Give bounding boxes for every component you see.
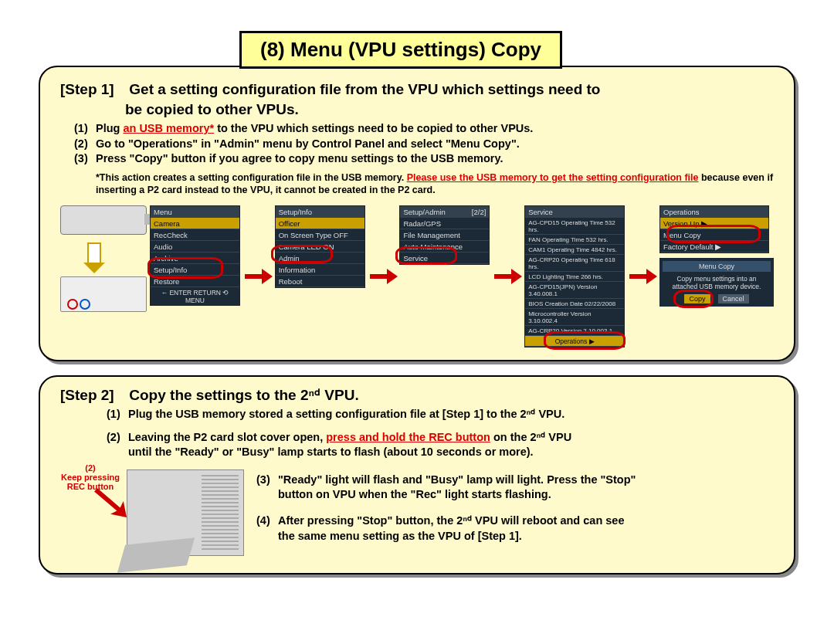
arrow-right-icon [629,269,655,284]
list-num: (3) [256,473,278,503]
menu-item: File Management [400,229,489,241]
menu-item: AG-CPD15(JPN) Version 3.40.008.1 [525,282,624,299]
menu-item: RecCheck [151,229,239,241]
svg-marker-0 [94,488,127,517]
usb-warning: an USB memory* [123,122,214,134]
list-num: (2) [107,430,128,460]
menu-item: LCD Lighting Time 266 hrs. [525,272,624,282]
text: Plug [96,122,123,134]
text: Leaving the P2 card slot cover open, [128,431,326,443]
page-title: (8) Menu (VPU settings) Copy [239,31,562,69]
dialog-title: Menu Copy [663,261,771,272]
highlight-ring [544,331,626,350]
text: Plug the USB memory stored a setting con… [128,407,564,422]
menu-item: CAM1 Operating Time 4842 hrs. [525,245,624,255]
screen-footer: ← ENTER RETURN ⟲ MENU [151,287,239,306]
menu-item: Camera [151,218,239,229]
callout-num: (2) [60,463,120,473]
note-warning: Please use the USB memory to get the set… [407,172,699,183]
menu-item: Radar/GPS [400,218,489,229]
arrow-right-icon [494,269,520,284]
menu-screen-1: Menu Camera RecCheck Audio Archive Setup… [150,205,240,306]
highlight-ring [673,290,714,308]
menu-screen-2: Setup/Info Officer On Screen Type OFF Ca… [275,205,365,288]
vpu-open-image [127,469,244,556]
menu-item: Officer [276,218,364,229]
step1-heading-b: be copied to other VPUs. [125,101,299,117]
rec-warning: press and hold the REC button [326,431,490,443]
screen-title: Setup/Info [279,208,312,216]
screen-title: Service [528,208,553,216]
menu-item: Reboot [276,276,364,287]
screen-title: Menu [154,208,172,216]
step2-label: [Step 2] [60,387,125,404]
list-num: (1) [107,407,128,422]
down-arrow-icon [83,242,105,273]
text: *This action creates a setting configura… [96,172,407,183]
text: "Ready" light will flash and "Busy" lamp… [278,473,636,486]
text: the same menu setting as the VPU of [Ste… [278,530,522,542]
list-num: (2) [74,137,96,152]
text: After pressing "Stop" button, the 2ⁿᵈ VP… [278,514,624,527]
menu-item: Information [276,264,364,276]
text: on the 2ⁿᵈ VPU [490,431,571,443]
highlight-ring [147,257,223,279]
menu-screen-5: Operations Version Up ▶ Menu Copy Factor… [659,205,769,253]
menu-screenshots-row: Menu Camera RecCheck Audio Archive Setup… [60,205,774,347]
list-num: (4) [256,514,278,544]
menu-item: Microcontroller Version 3.10.002.4 [525,309,624,326]
step1-note: *This action creates a setting configura… [96,171,774,197]
list-num: (1) [74,121,96,137]
arrow-right-icon [245,269,270,284]
vpu-device-image [60,276,147,312]
text: button on VPU when the "Rec" light start… [278,488,551,500]
menu-item: AG-CRP20 Operating Time 618 hrs. [525,255,624,272]
text: Go to "Operations" in "Admin" menu by Co… [96,137,520,152]
cancel-button[interactable]: Cancel [718,294,749,303]
usb-stick-image [60,205,147,235]
dialog-msg: Copy menu settings into an [663,275,771,283]
menu-item: FAN Operating Time 532 hrs. [525,235,624,245]
arrow-right-icon [370,269,395,284]
text: until the "Ready" or "Busy" lamp starts … [128,446,534,458]
step1-panel: [Step 1] Get a setting configuration fil… [39,66,795,361]
arrow-diag-icon [94,485,127,517]
text: Press "Copy" button if you agree to copy… [96,151,503,167]
menu-screen-3: Setup/Admin[2/2] Radar/GPS File Manageme… [399,205,490,265]
page-indicator: [2/2] [472,208,486,216]
screen-title: Operations [663,208,699,216]
rec-button-callout: (2) Keep pressing REC button [60,463,120,562]
menu-screen-4: Service AG-CPD15 Operating Time 532 hrs.… [524,205,625,347]
step1-list: (1) Plug an USB memory* to the VPU which… [74,121,774,167]
menu-item: On Screen Type OFF [276,229,364,241]
step2-panel: [Step 2] Copy the settings to the 2ⁿᵈ VP… [39,375,795,575]
menu-item: AG-CPD15 Operating Time 532 hrs. [525,218,624,235]
step1-heading-a: Get a setting configuration file from th… [129,81,600,97]
menu-copy-dialog: Menu Copy Copy menu settings into an att… [659,258,774,306]
step2-heading: Copy the settings to the 2ⁿᵈ VPU. [129,387,358,403]
highlight-ring [271,245,333,263]
step1-label: [Step 1] [60,81,125,98]
screen-title: Setup/Admin [403,208,445,216]
text: to the VPU which settings need to be cop… [214,122,533,134]
list-num: (3) [74,151,96,167]
highlight-ring [395,246,457,265]
menu-item: Audio [151,241,239,253]
highlight-ring [666,225,761,243]
menu-item: BIOS Creation Date 02/22/2008 [525,299,624,309]
